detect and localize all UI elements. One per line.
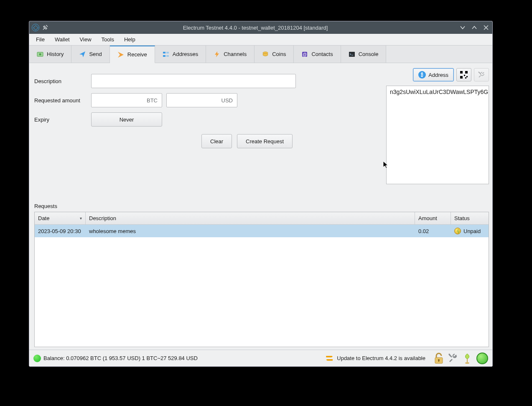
address-panel: ₿ Address n3g2sUwiXLuLaUrC3DWawLSPTy6Gps	[386, 68, 489, 198]
expiry-value: Never	[120, 117, 134, 123]
svg-point-7	[263, 53, 268, 56]
menu-tools[interactable]: Tools	[97, 35, 119, 44]
requests-table: Date ▾ Description Amount Status 2023-05…	[34, 212, 489, 347]
tab-label: Channels	[224, 51, 247, 57]
window-controls	[459, 24, 490, 31]
qr-button[interactable]	[456, 68, 471, 81]
qr-icon	[460, 71, 468, 79]
update-text[interactable]: Update to Electrum 4.4.2 is available	[337, 355, 425, 361]
table-body: 2023-05-09 20:30 wholesome memes 0.02 Un…	[35, 225, 489, 347]
tab-label: Send	[89, 51, 102, 57]
minimize-button[interactable]	[459, 24, 466, 31]
tab-label: History	[47, 51, 64, 57]
app-window: Electrum Testnet 4.4.0 - testnet_wallet_…	[29, 21, 493, 367]
receive-icon	[117, 51, 124, 58]
usd-unit: USD	[221, 97, 233, 104]
tab-addresses[interactable]: Addresses	[155, 46, 206, 63]
network-status-icon[interactable]	[476, 353, 488, 364]
contacts-icon: @	[301, 51, 308, 58]
menu-file[interactable]: File	[31, 35, 50, 44]
app-icon	[32, 24, 39, 31]
bitcoin-icon: ₿	[418, 71, 426, 79]
clear-button[interactable]: Clear	[201, 134, 232, 148]
console-icon	[349, 51, 355, 58]
address-display[interactable]: n3g2sUwiXLuLaUrC3DWawLSPTy6Gps	[386, 86, 489, 184]
balance-text: Balance: 0.070962 BTC (1 953.57 USD) 1 B…	[43, 355, 323, 361]
tab-coins[interactable]: Coins	[255, 46, 294, 63]
description-label: Description	[34, 78, 87, 84]
requests-section: Requests Date ▾ Description Amount Statu…	[29, 203, 492, 350]
status-bar: Balance: 0.070962 BTC (1 953.57 USD) 1 B…	[29, 350, 492, 366]
col-status[interactable]: Status	[451, 212, 489, 224]
col-amount[interactable]: Amount	[415, 212, 451, 224]
tab-label: Receive	[127, 51, 147, 58]
svg-rect-4	[166, 52, 169, 53]
expiry-label: Expiry	[34, 117, 87, 123]
tab-label: Coins	[272, 51, 286, 57]
tab-history[interactable]: History	[29, 46, 71, 63]
tab-channels[interactable]: Channels	[206, 46, 255, 63]
window-title: Electrum Testnet 4.4.0 - testnet_wallet_…	[52, 25, 459, 31]
tab-send[interactable]: Send	[71, 46, 109, 63]
menu-help[interactable]: Help	[119, 35, 140, 44]
description-input[interactable]	[91, 74, 296, 88]
tab-label: Console	[359, 51, 379, 57]
chevron-down-icon: ▾	[80, 216, 82, 221]
close-button[interactable]	[482, 24, 490, 31]
address-button[interactable]: ₿ Address	[413, 68, 454, 81]
amount-usd-input[interactable]: USD	[166, 93, 237, 107]
pin-icon[interactable]	[42, 24, 48, 31]
svg-rect-10	[349, 52, 355, 57]
cell-description: wholesome memes	[86, 228, 415, 234]
tab-label: Addresses	[173, 51, 198, 57]
menu-wallet[interactable]: Wallet	[50, 35, 75, 44]
col-description[interactable]: Description	[86, 212, 415, 224]
update-icon	[326, 356, 333, 361]
coins-icon	[262, 51, 269, 58]
lock-icon[interactable]	[434, 353, 444, 364]
amount-btc-input[interactable]: BTC	[91, 93, 162, 107]
tab-contacts[interactable]: @ Contacts	[294, 46, 341, 63]
cell-status: Unpaid	[451, 228, 489, 234]
table-row[interactable]: 2023-05-09 20:30 wholesome memes 0.02 Un…	[35, 225, 489, 237]
receive-pane: Description Requested amount BTC USD Exp…	[29, 63, 492, 198]
create-request-button[interactable]: Create Request	[237, 134, 293, 148]
svg-rect-14	[438, 360, 439, 362]
maximize-button[interactable]	[471, 24, 478, 31]
send-icon	[79, 51, 86, 58]
channels-icon	[214, 51, 220, 58]
btc-unit: BTC	[147, 97, 158, 104]
tab-receive[interactable]: Receive	[110, 46, 155, 63]
menu-view[interactable]: View	[75, 35, 97, 44]
svg-rect-3	[163, 55, 165, 57]
svg-text:@: @	[303, 52, 307, 57]
svg-point-1	[39, 53, 41, 55]
history-icon	[37, 51, 43, 58]
col-date[interactable]: Date ▾	[35, 212, 86, 224]
requested-amount-label: Requested amount	[34, 97, 87, 104]
titlebar: Electrum Testnet 4.4.0 - testnet_wallet_…	[29, 21, 492, 34]
cell-amount: 0.02	[415, 228, 451, 234]
svg-point-16	[465, 362, 469, 364]
address-button-label: Address	[428, 72, 448, 78]
svg-rect-5	[166, 55, 169, 57]
seed-icon[interactable]	[462, 353, 472, 364]
menubar: File Wallet View Tools Help	[29, 34, 492, 46]
addresses-icon	[163, 51, 169, 58]
table-header: Date ▾ Description Amount Status	[35, 212, 489, 225]
expiry-select[interactable]: Never	[91, 112, 162, 127]
tab-label: Contacts	[311, 51, 333, 57]
uri-button[interactable]	[474, 68, 489, 81]
tab-bar: History Send Receive Addresses Channels …	[29, 46, 492, 63]
preferences-icon[interactable]	[448, 353, 458, 363]
cell-date: 2023-05-09 20:30	[35, 228, 86, 234]
svg-rect-2	[163, 52, 165, 53]
tools-small-icon	[478, 71, 485, 79]
clock-icon	[454, 228, 461, 234]
tab-console[interactable]: Console	[341, 46, 387, 63]
connection-status-icon	[33, 355, 41, 362]
receive-form: Description Requested amount BTC USD Exp…	[34, 68, 382, 198]
requests-label: Requests	[34, 203, 489, 209]
